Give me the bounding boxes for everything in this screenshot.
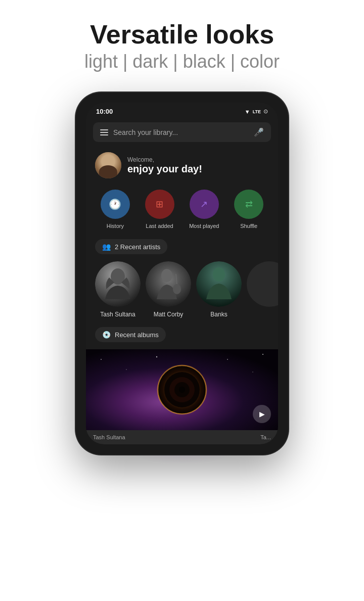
tash-sultana-circle	[95, 261, 141, 307]
banks-circle	[196, 261, 242, 307]
page-title: Versatile looks	[84, 20, 280, 49]
album-artist-name: Tash Sultana	[93, 434, 182, 440]
action-shuffle[interactable]: ⇄ Shuffle	[234, 190, 263, 229]
matt-corby-circle	[146, 261, 191, 307]
svg-point-14	[252, 372, 253, 373]
status-time: 10:00	[96, 108, 113, 115]
svg-point-15	[262, 354, 263, 355]
artists-chip-icon: 👥	[102, 243, 111, 251]
action-last-added[interactable]: ⊞ Last added	[145, 190, 174, 229]
avatar	[95, 152, 121, 178]
recent-albums-chip[interactable]: 💿 Recent albums	[95, 327, 166, 342]
album-thumbnail: ▶	[86, 349, 278, 430]
search-placeholder: Search your library...	[113, 128, 249, 136]
tash-sultana-name: Tash Sultana	[100, 311, 135, 318]
most-played-label: Most played	[189, 223, 219, 229]
phone-frame: 10:00 ▼ LTE ⊙ Search your library... 🎤	[76, 93, 288, 454]
search-bar[interactable]: Search your library... 🎤	[93, 122, 271, 142]
svg-point-9	[101, 359, 102, 360]
avatar-image	[95, 152, 121, 178]
last-added-icon: ⊞	[156, 199, 163, 210]
shuffle-circle: ⇄	[234, 190, 263, 219]
album-next-label: Ta...	[182, 434, 271, 440]
albums-chip-icon: 💿	[102, 331, 111, 339]
lte-icon: LTE	[253, 109, 261, 114]
most-played-circle: ↗	[190, 190, 219, 219]
last-added-label: Last added	[146, 223, 173, 229]
artist-banks[interactable]: Banks	[196, 261, 242, 318]
album-bottom-bar: Tash Sultana Ta...	[86, 430, 278, 444]
welcome-section: Welcome, enjoy your day!	[86, 149, 278, 188]
welcome-label: Welcome,	[127, 156, 202, 163]
album-art	[157, 364, 207, 415]
page-header: Versatile looks light | dark | black | c…	[74, 0, 290, 87]
matt-corby-image	[146, 261, 191, 307]
welcome-text: Welcome, enjoy your day!	[127, 156, 202, 175]
svg-point-2	[146, 261, 191, 307]
menu-icon[interactable]	[100, 129, 108, 135]
banks-name: Banks	[210, 311, 227, 318]
mic-icon[interactable]: 🎤	[254, 127, 264, 137]
recent-artists-label: 2 Recent artists	[115, 243, 160, 251]
history-icon: 🕐	[109, 198, 121, 210]
phone-mockup: 10:00 ▼ LTE ⊙ Search your library... 🎤	[76, 93, 288, 454]
svg-point-10	[126, 369, 127, 370]
artist-tash-sultana[interactable]: Tash Sultana	[95, 261, 141, 318]
status-icons: ▼ LTE ⊙	[245, 108, 268, 115]
tash-sultana-image	[95, 261, 141, 307]
svg-point-4	[173, 284, 181, 294]
action-history[interactable]: 🕐 History	[101, 190, 130, 229]
last-added-circle: ⊞	[145, 190, 174, 219]
recent-albums-label: Recent albums	[115, 331, 159, 339]
most-played-icon: ↗	[200, 199, 208, 210]
action-most-played[interactable]: ↗ Most played	[189, 190, 219, 229]
shuffle-icon: ⇄	[245, 199, 253, 210]
shuffle-label: Shuffle	[240, 223, 257, 229]
phone-screen: 10:00 ▼ LTE ⊙ Search your library... 🎤	[86, 103, 278, 444]
svg-point-3	[161, 269, 172, 282]
svg-point-7	[213, 267, 225, 282]
banks-image	[196, 261, 242, 307]
welcome-greeting: enjoy your day!	[127, 163, 202, 175]
quick-actions: 🕐 History ⊞ Last added ↗ Most played	[86, 188, 278, 239]
recent-artists-chip[interactable]: 👥 2 Recent artists	[95, 239, 167, 254]
svg-point-11	[156, 356, 157, 357]
svg-point-20	[179, 387, 185, 393]
page-subtitle: light | dark | black | color	[84, 51, 280, 72]
artist-unknown[interactable]	[247, 261, 278, 318]
album-section: ▶ Tash Sultana Ta...	[86, 349, 278, 444]
matt-corby-name: Matt Corby	[154, 311, 184, 318]
unknown-circle	[247, 261, 278, 307]
history-label: History	[107, 223, 124, 229]
artist-matt-corby[interactable]: Matt Corby	[146, 261, 191, 318]
battery-icon: ⊙	[263, 108, 268, 115]
status-bar: 10:00 ▼ LTE ⊙	[86, 103, 278, 118]
artists-row: Tash Sultana	[86, 261, 278, 327]
play-icon: ▶	[259, 410, 265, 418]
history-circle: 🕐	[101, 190, 130, 219]
svg-point-13	[227, 359, 228, 360]
play-button[interactable]: ▶	[253, 405, 271, 423]
wifi-icon: ▼	[245, 109, 250, 115]
